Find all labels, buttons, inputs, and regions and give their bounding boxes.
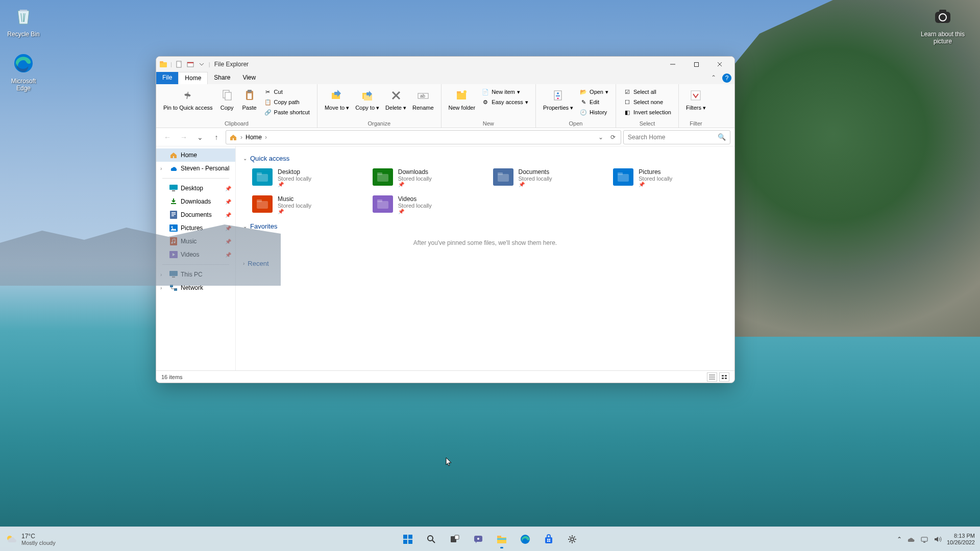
quick-access-item[interactable]: MusicStored locally📌	[251, 193, 366, 216]
cut-button[interactable]: ✂Cut	[263, 87, 311, 96]
svg-rect-14	[248, 90, 252, 92]
quick-access-item[interactable]: DesktopStored locally📌	[251, 166, 366, 189]
sidebar-item-music[interactable]: Music📌	[156, 235, 235, 248]
titlebar[interactable]: | | File Explorer	[156, 57, 734, 72]
sidebar-item-desktop[interactable]: Desktop📌	[156, 182, 235, 195]
settings-button[interactable]	[562, 529, 582, 549]
search-button[interactable]	[421, 529, 442, 549]
refresh-button[interactable]: ⟳	[608, 134, 618, 141]
minimize-button[interactable]	[661, 57, 684, 72]
pin-quick-access-button[interactable]: Pin to Quick access	[160, 86, 216, 112]
sidebar-item-videos[interactable]: Videos📌	[156, 248, 235, 261]
task-view-button[interactable]	[445, 529, 465, 549]
qat-dropdown-icon[interactable]	[198, 60, 206, 68]
back-button[interactable]: ←	[160, 130, 175, 144]
search-box[interactable]: 🔍	[623, 130, 730, 144]
sidebar-item-home[interactable]: Home	[156, 148, 235, 162]
tab-share[interactable]: Share	[208, 72, 236, 84]
rename-button[interactable]: abRename	[409, 86, 437, 112]
file-explorer-button[interactable]	[492, 529, 512, 549]
sidebar-item-downloads[interactable]: Downloads📌	[156, 195, 235, 208]
sidebar-item-documents[interactable]: Documents📌	[156, 208, 235, 221]
desktop-icon-edge[interactable]: Microsoft Edge	[4, 51, 43, 92]
help-button[interactable]: ?	[722, 73, 731, 83]
desktop-wallpaper[interactable]: Recycle Bin Microsoft Edge Learn about t…	[0, 0, 980, 551]
desktop-icon-label: Microsoft Edge	[4, 78, 43, 92]
sidebar-item-label: Steven - Personal	[181, 165, 229, 172]
breadcrumb-home[interactable]: Home	[246, 134, 262, 141]
svg-line-66	[432, 540, 435, 543]
section-favorites[interactable]: ⌄ Favorites	[243, 222, 727, 230]
open-button[interactable]: 📂Open ▾	[578, 87, 609, 96]
up-button[interactable]: ↑	[209, 130, 224, 144]
move-to-button[interactable]: Move to ▾	[322, 86, 352, 112]
sidebar-item-network[interactable]: ›Network	[156, 281, 235, 294]
new-item-button[interactable]: 📄New item ▾	[480, 87, 529, 96]
taskbar-clock[interactable]: 8:13 PM 10/26/2022	[947, 533, 975, 546]
address-bar[interactable]: › Home › ⌄ ⟳	[226, 130, 621, 144]
qat-properties-icon[interactable]	[186, 60, 194, 68]
collapse-ribbon-button[interactable]: ⌃	[708, 72, 719, 84]
volume-tray-icon[interactable]	[934, 536, 942, 543]
copy-path-button[interactable]: 📋Copy path	[263, 97, 311, 107]
home-icon	[229, 133, 237, 141]
filters-button[interactable]: Filters ▾	[683, 86, 709, 112]
forward-button[interactable]: →	[177, 130, 191, 144]
edge-button[interactable]	[515, 529, 535, 549]
search-icon[interactable]: 🔍	[718, 133, 726, 141]
chevron-right-icon[interactable]: ›	[160, 166, 162, 171]
store-button[interactable]	[538, 529, 559, 549]
quick-access-item[interactable]: VideosStored locally📌	[372, 193, 487, 216]
sidebar-item-this-pc[interactable]: ›This PC	[156, 268, 235, 281]
chevron-right-icon[interactable]: ›	[265, 134, 267, 141]
chevron-right-icon[interactable]: ›	[160, 285, 162, 291]
quick-access-item[interactable]: DocumentsStored locally📌	[492, 166, 607, 189]
ribbon-label: Pin to Quick access	[163, 105, 213, 111]
sidebar-item-pictures[interactable]: Pictures📌	[156, 221, 235, 235]
address-dropdown-icon[interactable]: ⌄	[596, 134, 605, 141]
paste-button[interactable]: Paste	[238, 86, 261, 112]
chat-button[interactable]	[468, 529, 488, 549]
pin-icon: 📌	[398, 182, 432, 187]
new-folder-button[interactable]: New folder	[446, 86, 479, 112]
sidebar-item-personal[interactable]: › Steven - Personal	[156, 162, 235, 175]
close-button[interactable]	[708, 57, 731, 72]
tray-overflow-button[interactable]: ⌃	[897, 536, 902, 543]
onedrive-tray-icon[interactable]	[907, 536, 915, 543]
delete-button[interactable]: Delete ▾	[382, 86, 409, 112]
properties-button[interactable]: Properties ▾	[540, 86, 576, 112]
start-button[interactable]	[398, 529, 418, 549]
item-name: Desktop	[278, 168, 311, 176]
chevron-right-icon[interactable]: ›	[160, 272, 162, 278]
chevron-right-icon[interactable]: ›	[240, 134, 242, 141]
select-all-button[interactable]: ☑Select all	[622, 87, 672, 96]
quick-access-item[interactable]: PicturesStored locally📌	[612, 166, 727, 189]
quick-access-item[interactable]: DownloadsStored locally📌	[372, 166, 487, 189]
copy-button[interactable]: Copy	[216, 86, 238, 112]
tab-view[interactable]: View	[236, 72, 262, 84]
tab-home[interactable]: Home	[178, 72, 208, 84]
recent-locations-button[interactable]: ⌄	[193, 130, 207, 144]
invert-selection-button[interactable]: ◧Invert selection	[622, 108, 672, 117]
history-button[interactable]: 🕘History	[578, 108, 609, 117]
ribbon-label: Move to	[325, 105, 345, 111]
edit-button[interactable]: ✎Edit	[578, 97, 609, 107]
desktop-icon-learn-about[interactable]: Learn about this picture	[920, 4, 966, 45]
easy-access-button[interactable]: ⚙Easy access ▾	[480, 97, 529, 107]
section-recent[interactable]: › Recent	[243, 260, 727, 267]
copy-to-button[interactable]: Copy to ▾	[352, 86, 382, 112]
maximize-button[interactable]	[684, 57, 708, 72]
large-icons-view-button[interactable]	[719, 372, 729, 382]
desktop-icon-recycle-bin[interactable]: Recycle Bin	[4, 4, 43, 38]
tab-file[interactable]: File	[156, 72, 178, 84]
select-none-button[interactable]: ☐Select none	[622, 97, 672, 107]
paste-shortcut-button[interactable]: 🔗Paste shortcut	[263, 108, 311, 117]
qat-new-file-icon[interactable]	[175, 60, 183, 68]
section-quick-access[interactable]: ⌄ Quick access	[243, 155, 727, 162]
details-view-button[interactable]	[707, 372, 717, 382]
search-input[interactable]	[628, 134, 718, 141]
taskbar-weather[interactable]: 17°C Mostly cloudy	[5, 533, 56, 546]
network-tray-icon[interactable]	[920, 536, 928, 543]
new-item-icon: 📄	[481, 88, 489, 96]
new-folder-icon	[454, 87, 470, 104]
